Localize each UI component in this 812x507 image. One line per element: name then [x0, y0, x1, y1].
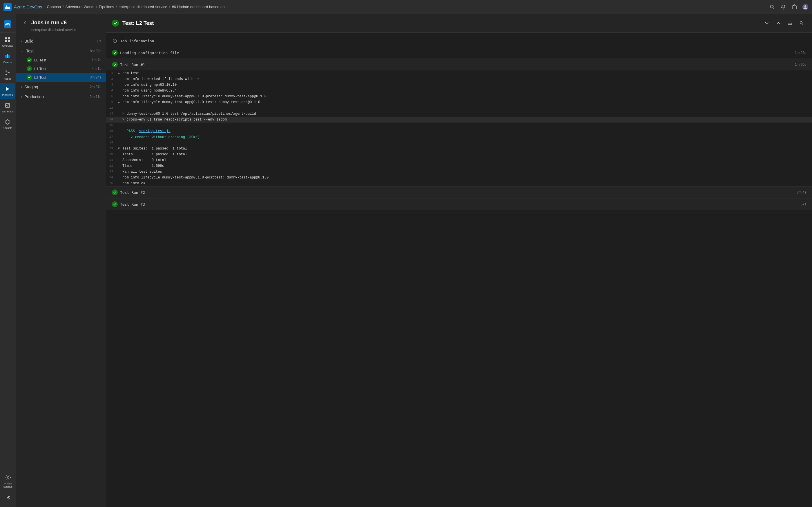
collapse-icon: [5, 494, 12, 501]
l2-test-status-icon: [27, 75, 32, 80]
job-group-test-header[interactable]: ⌄ Test 8m 32s: [16, 46, 106, 56]
log-container[interactable]: Job information Loading configuration fi…: [106, 33, 812, 507]
shopping-bag-icon[interactable]: [791, 4, 798, 10]
production-group-name: Production: [24, 95, 88, 99]
test-run-3-header[interactable]: Test Run #3 57s: [106, 199, 812, 210]
loading-config-time: 1m 25s: [795, 51, 806, 55]
log-section-test-run-2: Test Run #2 8m 4s: [106, 186, 812, 199]
main-content: Test: L2 Test: [106, 14, 812, 507]
l0-test-status-icon: [27, 57, 32, 63]
app-test-link[interactable]: src/App.test.js: [139, 129, 170, 133]
svg-marker-18: [6, 87, 9, 91]
svg-point-14: [5, 70, 7, 71]
job-group-staging-header[interactable]: › Staging 2m 37s: [16, 82, 106, 92]
job-group-build: › Build 30s: [16, 37, 106, 46]
sidebar: AW Overview Boards Repos: [0, 14, 16, 507]
notifications-icon[interactable]: [780, 4, 786, 10]
log-line-3: 3 npm info using npm@3.10.10: [106, 82, 812, 88]
testplans-label: Test Plans: [1, 110, 14, 113]
test-run-2-status-icon: [112, 189, 118, 195]
job-group-production-header[interactable]: › Production 2m 11s: [16, 92, 106, 101]
sidebar-item-repos[interactable]: Repos: [0, 67, 15, 83]
breadcrumb-adventure-works[interactable]: Adventure Works: [65, 5, 94, 9]
loading-config-header[interactable]: Loading configuration file 1m 25s: [106, 47, 812, 59]
chevron-right-icon-staging: ›: [21, 85, 22, 89]
user-avatar[interactable]: [802, 4, 809, 10]
test-success-icon: [112, 20, 119, 26]
repos-label: Repos: [4, 77, 11, 80]
job-info-status-icon: [112, 38, 118, 44]
boards-icon: [4, 53, 11, 60]
breadcrumb: Contoso / Adventure Works / Pipelines / …: [47, 5, 228, 9]
log-line-22: 22 Time: 1.599s: [106, 163, 812, 169]
l1-test-time: 4m 1s: [92, 67, 101, 71]
sidebar-item-collapse[interactable]: [1, 492, 16, 505]
log-line-15: 15: [106, 122, 812, 128]
log-line-5: 5 npm info lifecycle dummy-test-app@0.1.…: [106, 94, 812, 99]
scroll-down-button[interactable]: [762, 18, 771, 28]
test-run-1-time: 1m 20s: [795, 63, 806, 67]
svg-rect-7: [5, 37, 7, 40]
log-line-18: 18: [106, 140, 812, 146]
azure-devops-icon: [3, 3, 12, 11]
svg-rect-4: [792, 6, 796, 9]
sidebar-item-artifacts[interactable]: Artifacts: [0, 116, 15, 132]
l2-test-time: 3m 24s: [90, 75, 101, 79]
breadcrumb-run[interactable]: #6 Update dashboard based on...: [172, 5, 227, 9]
scroll-up-button[interactable]: [774, 18, 783, 28]
breadcrumb-service[interactable]: enterprise-distributed-service: [118, 5, 167, 9]
project-icon: AW: [4, 21, 11, 28]
job-group-staging: › Staging 2m 37s: [16, 82, 106, 92]
app-logo[interactable]: Azure DevOps: [3, 3, 42, 11]
svg-marker-20: [5, 120, 10, 124]
svg-rect-19: [5, 103, 10, 108]
sidebar-item-project-settings[interactable]: Project settings: [1, 472, 16, 491]
breadcrumb-contoso[interactable]: Contoso: [47, 5, 61, 9]
search-log-button[interactable]: [797, 18, 806, 28]
search-icon[interactable]: [769, 4, 775, 10]
staging-group-time: 2m 37s: [90, 85, 101, 89]
l1-test-status-icon: [27, 66, 32, 71]
build-group-name: Build: [24, 39, 93, 44]
sidebar-item-pipelines[interactable]: Pipelines: [0, 83, 15, 99]
log-line-17: 17 ✓ renders without crashing (30ms): [106, 134, 812, 140]
job-item-l0-test[interactable]: L0 Test 1m 7s: [16, 56, 106, 64]
svg-rect-9: [5, 40, 7, 42]
test-run-2-time: 8m 4s: [797, 190, 806, 194]
job-info-header[interactable]: Job information: [106, 35, 812, 47]
svg-line-26: [802, 24, 803, 25]
sidebar-item-boards[interactable]: Boards: [0, 50, 15, 66]
job-item-l2-test[interactable]: L2 Test 3m 24s: [16, 73, 106, 82]
back-button[interactable]: [21, 18, 29, 26]
log-lines-test-run-1: 1 ▶ npm test 2 npm info it worked if it …: [106, 70, 812, 186]
sidebar-item-adventure-works[interactable]: AW: [0, 18, 15, 31]
log-section-test-run-3: Test Run #3 57s: [106, 199, 812, 210]
svg-line-2: [773, 7, 775, 9]
sidebar-item-testplans[interactable]: Test Plans: [0, 100, 15, 116]
svg-rect-13: [8, 55, 10, 58]
breadcrumb-pipelines[interactable]: Pipelines: [99, 5, 114, 9]
svg-rect-11: [5, 55, 7, 58]
log-line-13: 13 > dummy-test-app@0.1.0 test /opt/atla…: [106, 111, 812, 117]
test-run-1-status-icon: [112, 62, 118, 67]
log-line-6: 6 ▶ npm info lifecycle dummy-test-app@0.…: [106, 99, 812, 105]
job-group-build-header[interactable]: › Build 30s: [16, 37, 106, 46]
jobs-title: Jobs in run #6: [31, 20, 67, 26]
pipelines-icon: [4, 86, 11, 93]
log-line-14: 14 > cross-env CI=true react-scripts tes…: [106, 117, 812, 122]
toggle-wrap-button[interactable]: [785, 18, 795, 28]
topnav-actions: [769, 4, 809, 10]
artifacts-icon: [4, 118, 11, 125]
job-item-l1-test[interactable]: L1 Test 4m 1s: [16, 64, 106, 73]
log-line-23: 23 Ran all test suites.: [106, 169, 812, 175]
sidebar-item-overview[interactable]: Overview: [0, 34, 15, 50]
test-run-1-header[interactable]: Test Run #1 1m 20s: [106, 59, 812, 70]
svg-point-3: [783, 8, 784, 9]
jobs-panel: Jobs in run #6 enterprise-distributed-se…: [16, 14, 106, 507]
jobs-subtitle: enterprise-distributed-service: [16, 28, 106, 37]
test-header: Test: L2 Test: [106, 14, 812, 33]
test-run-2-header[interactable]: Test Run #2 8m 4s: [106, 186, 812, 198]
test-run-1-title: Test Run #1: [120, 63, 793, 67]
chevron-down-icon: ⌄: [21, 49, 24, 53]
settings-icon: [5, 474, 12, 481]
